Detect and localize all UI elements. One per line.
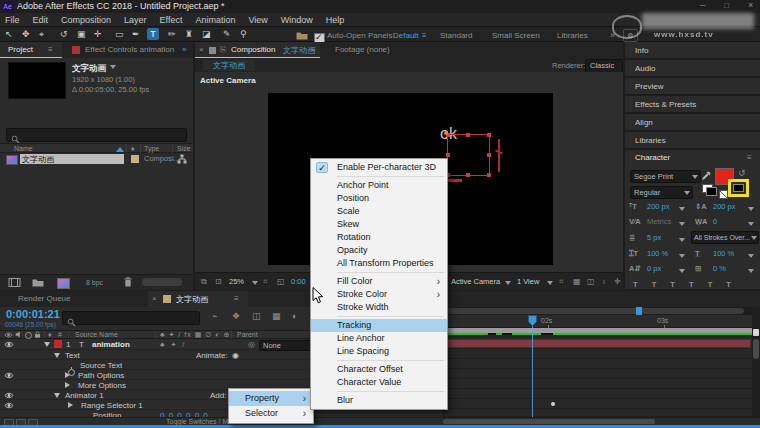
time-ruler[interactable]: 02s 03s	[444, 315, 753, 328]
workspace-default[interactable]: Default	[393, 31, 418, 40]
panel-libraries[interactable]: Libraries	[625, 132, 760, 150]
roto-brush-tool[interactable]: ✎	[223, 29, 231, 39]
view-count-select[interactable]: 1 View	[517, 277, 539, 286]
text-selection-box[interactable]	[447, 134, 490, 176]
workspace-libraries[interactable]: Libraries	[557, 31, 588, 40]
workspace-settings-icon[interactable]: ⚙	[623, 29, 638, 42]
comp-current-time[interactable]: 0:00	[291, 277, 306, 286]
vertical-scale-value[interactable]: 100 %	[647, 249, 668, 258]
project-item-row[interactable]: 文字动画 Composi...	[0, 153, 193, 165]
menu-view[interactable]: View	[248, 15, 267, 25]
new-composition-icon[interactable]	[57, 278, 70, 289]
zoom-level[interactable]: 25%	[229, 277, 244, 286]
eraser-tool[interactable]: ◪	[202, 29, 211, 39]
tab-project[interactable]: Project ≡	[0, 42, 62, 58]
tab-render-queue[interactable]: Render Queue	[18, 294, 70, 303]
stroke-width-caret[interactable]	[679, 238, 685, 245]
navigator-handle[interactable]	[446, 308, 744, 314]
column-type[interactable]: Type	[144, 145, 159, 152]
panel-preview[interactable]: Preview	[625, 78, 760, 96]
eye-icon[interactable]	[4, 372, 14, 379]
menu-item-character-offset[interactable]: Character Offset	[311, 363, 447, 376]
magnification-monitor-icon[interactable]: ⊡	[215, 277, 222, 286]
view-camera-caret[interactable]	[505, 281, 511, 288]
interpret-footage-icon[interactable]	[8, 278, 21, 287]
leading-caret[interactable]	[748, 207, 754, 214]
tsume-caret[interactable]	[748, 269, 754, 276]
reset-exposure-icon[interactable]: ✛	[614, 277, 621, 286]
swap-fill-stroke-icon[interactable]: ↺	[738, 168, 746, 178]
region-of-interest-icon[interactable]: ◱	[277, 277, 285, 286]
motion-blur-icon[interactable]: ◐	[292, 311, 297, 321]
menu-item-opacity[interactable]: Opacity	[311, 244, 447, 257]
time-navigator[interactable]	[444, 307, 753, 315]
new-folder-icon[interactable]	[32, 278, 44, 287]
default-stroke-swatch[interactable]	[706, 187, 717, 196]
collapsed-icon[interactable]	[65, 382, 70, 388]
horizontal-scale-value[interactable]: 100 %	[713, 249, 734, 258]
workspace-overflow-chevron[interactable]: »	[610, 30, 615, 40]
composition-mini-flowchart-icon[interactable]: ⌁	[212, 311, 217, 321]
tab-effect-controls[interactable]: Effect Controls animation	[85, 45, 174, 54]
eye-icon[interactable]	[4, 392, 14, 399]
project-folder-icon[interactable]	[296, 31, 308, 40]
expand-icon[interactable]	[54, 353, 60, 358]
pickwhip-icon[interactable]: ◎	[248, 340, 255, 349]
track-vscrollbar[interactable]	[752, 307, 760, 417]
menu-item-anchor-point[interactable]: Anchor Point	[311, 179, 447, 192]
puppet-pin-tool[interactable]: ⚲	[240, 29, 247, 39]
menu-effect[interactable]: Effect	[160, 15, 183, 25]
panel-menu-icon[interactable]: ≡	[311, 45, 316, 54]
panel-align[interactable]: Align	[625, 114, 760, 132]
flowchart-icon[interactable]: ♁	[601, 277, 607, 286]
source-name-column[interactable]: Source Name	[75, 331, 118, 338]
menu-composition[interactable]: Composition	[61, 15, 111, 25]
layer-label-swatch[interactable]	[54, 340, 62, 348]
panel-menu-icon[interactable]: ≡	[234, 294, 239, 303]
kerning-value[interactable]: Metrics	[647, 217, 671, 226]
audio-column-icon[interactable]	[15, 331, 22, 338]
menu-animation[interactable]: Animation	[195, 15, 235, 25]
sort-ascending-icon[interactable]	[116, 147, 124, 152]
kerning-caret[interactable]	[679, 222, 685, 229]
animate-button-icon[interactable]: ◉	[232, 351, 239, 360]
draft-3d-icon[interactable]: ❖	[232, 311, 240, 321]
frame-blending-icon[interactable]: ▦	[272, 311, 281, 321]
tab-footage[interactable]: Footage (none)	[335, 45, 390, 54]
switches-column-icons[interactable]: ♣ ✦ / fx ▦ ∅ ◐ ⊕	[160, 331, 230, 339]
menu-item-character-value[interactable]: Character Value	[311, 376, 447, 389]
tsume-value[interactable]: 0 %	[713, 264, 726, 273]
workspace-small-screen[interactable]: Small Screen	[492, 31, 540, 40]
stroke-color-swatch-selected[interactable]	[728, 179, 749, 197]
selection-tool[interactable]: ↖	[5, 29, 13, 39]
keyframe-dot[interactable]	[551, 402, 555, 406]
lock-column-icon[interactable]	[34, 331, 41, 338]
baseline-shift-caret[interactable]	[679, 269, 685, 276]
menu-item-scale[interactable]: Scale	[311, 205, 447, 218]
menu-item-line-anchor[interactable]: Line Anchor	[311, 332, 447, 345]
vertical-scale-caret[interactable]	[679, 254, 685, 261]
fast-previews-icon[interactable]: ▦	[573, 277, 581, 286]
tab-lock-icon[interactable]: ⎘	[220, 45, 226, 55]
menu-item-fill-color[interactable]: Fill Color›	[311, 275, 447, 288]
tab-close-icon[interactable]: ×	[199, 45, 204, 54]
comp-marker-bin-icon[interactable]	[753, 329, 759, 336]
viewer-comp-tab[interactable]: 文字动画	[203, 60, 255, 71]
menu-file[interactable]: File	[5, 15, 20, 25]
number-column[interactable]: #	[58, 331, 62, 338]
hand-tool[interactable]: ✥	[22, 29, 30, 39]
current-timecode[interactable]: 0:00:01:21	[6, 308, 60, 320]
shape-tool[interactable]: ▭	[115, 29, 124, 39]
panel-effects-presets[interactable]: Effects & Presets	[625, 96, 760, 114]
baseline-shift-value[interactable]: 0 px	[647, 264, 661, 273]
vscroll-handle[interactable]	[753, 339, 759, 359]
expand-icon[interactable]	[54, 393, 60, 398]
project-search-input[interactable]	[6, 128, 187, 142]
rotate-tool[interactable]: ↺	[60, 29, 68, 39]
font-size-caret[interactable]	[679, 207, 685, 214]
solo-column-icon[interactable]	[25, 332, 32, 339]
clone-stamp-tool[interactable]: ♜	[185, 29, 193, 39]
menu-item-line-spacing[interactable]: Line Spacing	[311, 345, 447, 358]
panel-menu-icon[interactable]: ≡	[48, 45, 53, 54]
layer-duration-bar[interactable]	[445, 339, 751, 348]
